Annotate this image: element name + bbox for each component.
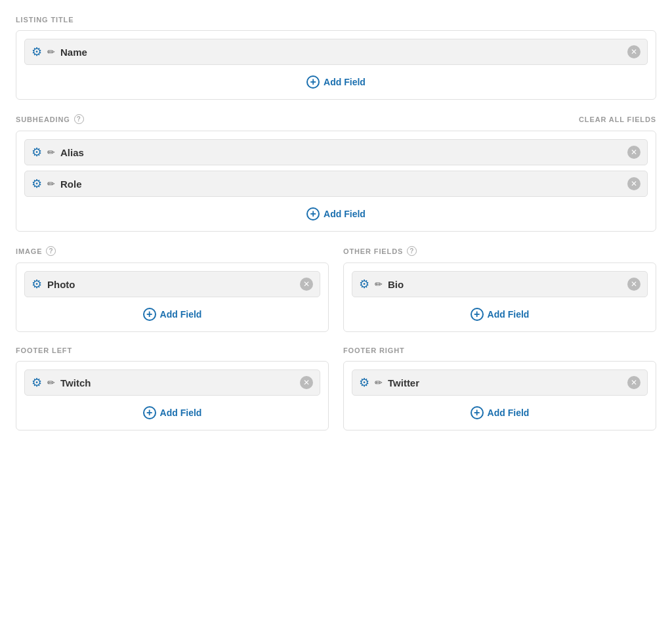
gear-icon[interactable]: ⚙ (32, 145, 42, 159)
subheading-label: SUBHEADING ? CLEAR ALL FIELDS (16, 114, 656, 124)
gear-icon[interactable]: ⚙ (32, 45, 42, 59)
gear-icon[interactable]: ⚙ (359, 277, 369, 291)
add-field-button[interactable]: + Add Field (352, 303, 648, 324)
field-name: Photo (47, 279, 295, 290)
field-name: Twitch (60, 377, 295, 388)
close-icon[interactable]: ✕ (627, 278, 640, 291)
gear-icon[interactable]: ⚙ (32, 177, 42, 191)
clear-all-fields-button[interactable]: CLEAR ALL FIELDS (579, 115, 656, 123)
subheading-box: ⚙ ✏ Alias ✕ ⚙ ✏ Role ✕ + Add Field (16, 131, 656, 232)
footer-left-box: ⚙ ✏ Twitch ✕ + Add Field (16, 361, 329, 430)
image-other-row: IMAGE ? ⚙ Photo ✕ + Add Field OTHER FIEL… (16, 246, 656, 332)
table-row: ⚙ ✏ Alias ✕ (24, 139, 648, 165)
field-name: Role (60, 178, 622, 190)
pencil-icon: ✏ (375, 279, 383, 289)
footer-left-label: FOOTER LEFT (16, 346, 329, 354)
other-fields-box: ⚙ ✏ Bio ✕ + Add Field (343, 262, 656, 332)
footer-right-section: FOOTER RIGHT ⚙ ✏ Twitter ✕ + Add Field (343, 346, 656, 430)
add-field-button[interactable]: + Add Field (24, 401, 320, 422)
pencil-icon: ✏ (47, 147, 55, 157)
add-field-button[interactable]: + Add Field (352, 401, 648, 422)
listing-title-box: ⚙ ✏ Name ✕ + Add Field (16, 30, 656, 100)
listing-title-section: LISTING TITLE ⚙ ✏ Name ✕ + Add Field (16, 16, 656, 100)
table-row: ⚙ ✏ Role ✕ (24, 171, 648, 197)
plus-circle-icon: + (143, 406, 156, 419)
pencil-icon: ✏ (47, 377, 55, 388)
gear-icon[interactable]: ⚙ (32, 375, 42, 390)
help-icon[interactable]: ? (46, 246, 56, 256)
image-box: ⚙ Photo ✕ + Add Field (16, 262, 329, 332)
table-row: ⚙ Photo ✕ (24, 271, 320, 297)
table-row: ⚙ ✏ Twitter ✕ (352, 369, 648, 396)
table-row: ⚙ ✏ Bio ✕ (352, 271, 648, 297)
subheading-section: SUBHEADING ? CLEAR ALL FIELDS ⚙ ✏ Alias … (16, 114, 656, 232)
close-icon[interactable]: ✕ (627, 177, 640, 190)
close-icon[interactable]: ✕ (627, 376, 640, 389)
close-icon[interactable]: ✕ (300, 376, 313, 389)
add-field-button[interactable]: + Add Field (24, 202, 648, 223)
pencil-icon: ✏ (47, 178, 55, 189)
table-row: ⚙ ✏ Twitch ✕ (24, 369, 320, 396)
plus-circle-icon: + (306, 75, 320, 89)
gear-icon[interactable]: ⚙ (32, 277, 42, 291)
footer-left-section: FOOTER LEFT ⚙ ✏ Twitch ✕ + Add Field (16, 346, 329, 430)
table-row: ⚙ ✏ Name ✕ (24, 39, 648, 65)
field-name: Name (60, 47, 622, 58)
help-icon[interactable]: ? (74, 114, 84, 124)
footer-right-label: FOOTER RIGHT (343, 346, 656, 354)
add-field-button[interactable]: + Add Field (24, 70, 648, 91)
close-icon[interactable]: ✕ (627, 146, 640, 159)
field-name: Alias (60, 147, 622, 158)
help-icon[interactable]: ? (407, 246, 417, 256)
image-section: IMAGE ? ⚙ Photo ✕ + Add Field (16, 246, 329, 332)
other-fields-label: OTHER FIELDS ? (343, 246, 656, 256)
field-name: Bio (388, 279, 622, 290)
pencil-icon: ✏ (47, 47, 55, 57)
listing-title-label: LISTING TITLE (16, 16, 656, 24)
field-name: Twitter (388, 377, 622, 388)
plus-circle-icon: + (143, 308, 156, 321)
close-icon[interactable]: ✕ (300, 278, 313, 291)
close-icon[interactable]: ✕ (627, 45, 640, 58)
plus-circle-icon: + (471, 308, 484, 321)
footer-row: FOOTER LEFT ⚙ ✏ Twitch ✕ + Add Field FOO… (16, 346, 656, 430)
plus-circle-icon: + (306, 207, 320, 220)
footer-right-box: ⚙ ✏ Twitter ✕ + Add Field (343, 361, 656, 430)
plus-circle-icon: + (471, 406, 484, 419)
pencil-icon: ✏ (375, 377, 383, 388)
add-field-button[interactable]: + Add Field (24, 303, 320, 324)
other-fields-section: OTHER FIELDS ? ⚙ ✏ Bio ✕ + Add Field (343, 246, 656, 332)
image-label: IMAGE ? (16, 246, 329, 256)
gear-icon[interactable]: ⚙ (359, 375, 369, 390)
